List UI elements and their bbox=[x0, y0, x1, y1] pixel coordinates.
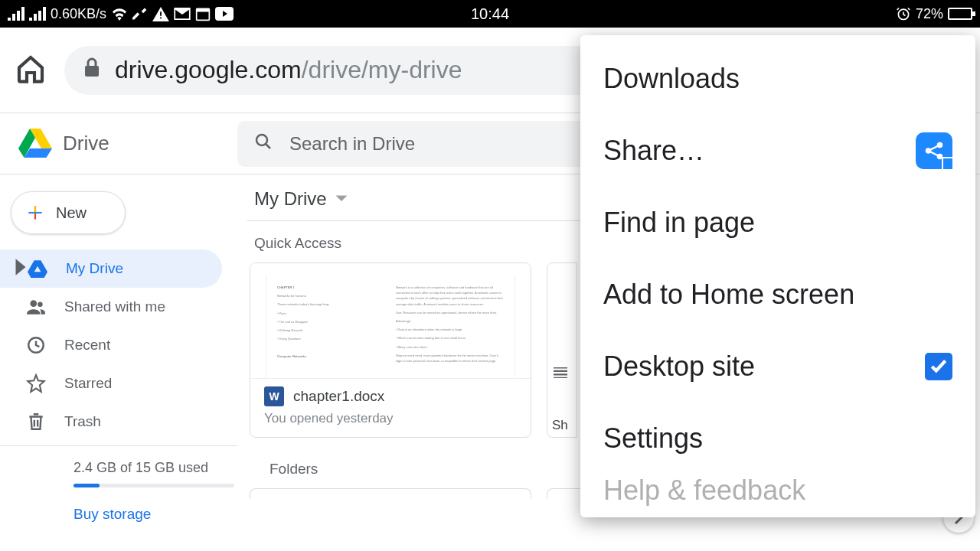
mail-icon bbox=[174, 8, 191, 20]
sidebar-item-label: Starred bbox=[64, 375, 112, 392]
data-speed: 0.60KB/s bbox=[51, 6, 106, 22]
file-thumbnail: CHAPTER 1 Networks for humans These netw… bbox=[250, 263, 531, 378]
breadcrumb-label: My Drive bbox=[254, 188, 327, 210]
svg-rect-1 bbox=[197, 8, 210, 11]
menu-item-downloads[interactable]: Downloads bbox=[580, 43, 975, 115]
file-card-footer: W chapter1.docx You opened yesterday bbox=[250, 378, 531, 437]
battery-pct: 72% bbox=[916, 6, 943, 22]
file-card-partial[interactable]: Sh bbox=[547, 262, 577, 438]
warning-icon bbox=[152, 6, 169, 21]
storage-bar bbox=[74, 484, 234, 487]
sidebar-item-shared[interactable]: Shared with me bbox=[0, 288, 222, 326]
menu-item-label: Desktop site bbox=[603, 350, 755, 383]
menu-item-add-home[interactable]: Add to Home screen bbox=[580, 259, 975, 331]
sidebar-item-recent[interactable]: Recent bbox=[0, 326, 222, 364]
svg-point-5 bbox=[256, 135, 267, 145]
checkbox-checked-icon[interactable] bbox=[925, 353, 952, 380]
calendar-icon bbox=[195, 6, 211, 21]
menu-item-help[interactable]: Help & feedback bbox=[580, 474, 975, 517]
svg-point-7 bbox=[38, 302, 42, 308]
wifi-icon bbox=[111, 7, 128, 21]
status-right: 72% bbox=[896, 6, 972, 22]
search-placeholder: Search in Drive bbox=[289, 133, 415, 155]
search-icon bbox=[254, 132, 273, 155]
menu-item-label: Help & feedback bbox=[603, 474, 805, 507]
new-button-label: New bbox=[56, 204, 87, 222]
drive-logo-label: Drive bbox=[63, 132, 109, 155]
buy-storage-link[interactable]: Buy storage bbox=[74, 506, 151, 522]
menu-item-label: Downloads bbox=[603, 63, 740, 95]
shareit-icon bbox=[916, 132, 952, 169]
svg-rect-4 bbox=[85, 66, 99, 77]
word-doc-icon: W bbox=[264, 386, 284, 406]
drive-logo[interactable]: Drive bbox=[0, 129, 237, 159]
file-subtitle-partial: Sh bbox=[547, 378, 577, 433]
sidebar-item-label: My Drive bbox=[66, 260, 123, 277]
home-button[interactable] bbox=[15, 54, 46, 87]
sidebar: New My Drive Shared with me Recent Starr… bbox=[0, 174, 237, 551]
clock: 10:44 bbox=[471, 5, 509, 23]
chevron-down-icon bbox=[335, 192, 348, 206]
new-button[interactable]: New bbox=[11, 191, 126, 234]
menu-item-label: Add to Home screen bbox=[603, 279, 854, 311]
sidebar-item-label: Recent bbox=[64, 337, 110, 354]
sidebar-item-starred[interactable]: Starred bbox=[0, 364, 222, 403]
svg-point-6 bbox=[30, 300, 37, 307]
sidebar-item-label: Trash bbox=[64, 413, 101, 430]
menu-item-desktop-site[interactable]: Desktop site bbox=[580, 331, 975, 403]
signal-icon bbox=[8, 7, 24, 21]
menu-item-find[interactable]: Find in page bbox=[580, 187, 975, 259]
status-left: 0.60KB/s bbox=[8, 6, 234, 22]
expand-caret-icon[interactable] bbox=[11, 257, 20, 281]
sidebar-item-trash[interactable]: Trash bbox=[0, 403, 222, 441]
browser-menu: Downloads Share… Find in page Add to Hom… bbox=[580, 35, 975, 517]
wrench-icon bbox=[132, 6, 148, 21]
battery-icon bbox=[948, 8, 972, 20]
alarm-icon bbox=[896, 6, 911, 21]
sidebar-item-label: Shared with me bbox=[64, 298, 165, 315]
file-subtitle: You opened yesterday bbox=[264, 411, 517, 426]
file-card[interactable]: CHAPTER 1 Networks for humans These netw… bbox=[250, 262, 531, 438]
lock-icon bbox=[83, 56, 101, 84]
menu-item-settings[interactable]: Settings bbox=[580, 403, 975, 474]
menu-item-share[interactable]: Share… bbox=[580, 115, 975, 187]
folder-card-partial[interactable] bbox=[250, 488, 531, 499]
menu-item-label: Find in page bbox=[603, 207, 755, 239]
divider bbox=[0, 445, 237, 446]
android-status-bar: 0.60KB/s 10:44 72% bbox=[0, 0, 980, 28]
storage-info: 2.4 GB of 15 GB used Buy storage bbox=[0, 460, 237, 523]
signal-icon-2 bbox=[29, 7, 46, 21]
menu-item-label: Share… bbox=[603, 135, 704, 167]
youtube-icon bbox=[215, 7, 234, 21]
file-name: chapter1.docx bbox=[293, 388, 384, 405]
url-text: drive.google.com/drive/my-drive bbox=[115, 56, 462, 84]
file-thumbnail bbox=[547, 263, 577, 378]
storage-text: 2.4 GB of 15 GB used bbox=[74, 460, 208, 475]
sidebar-item-my-drive[interactable]: My Drive bbox=[0, 249, 222, 288]
menu-item-label: Settings bbox=[603, 422, 703, 455]
